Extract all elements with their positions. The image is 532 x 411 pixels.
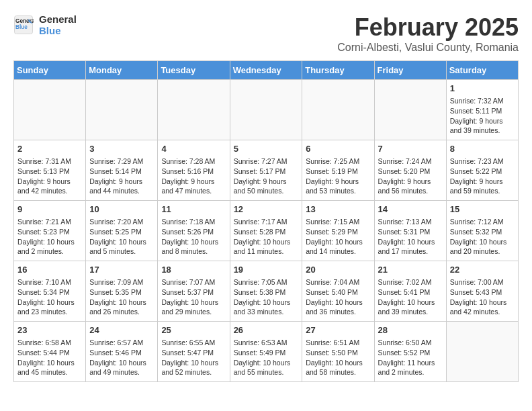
- day-info: Sunrise: 7:07 AM: [161, 277, 226, 287]
- day-number: 2: [17, 143, 82, 155]
- day-info: Sunrise: 7:10 AM: [17, 277, 82, 287]
- calendar-cell: [446, 322, 518, 382]
- day-info: Sunrise: 7:13 AM: [378, 217, 443, 227]
- day-number: 16: [17, 264, 82, 276]
- day-number: 12: [234, 203, 299, 216]
- calendar-cell: 27Sunrise: 6:51 AMSunset: 5:50 PMDayligh…: [302, 322, 374, 382]
- day-number: 1: [450, 83, 515, 95]
- day-info: Sunrise: 6:57 AM: [89, 338, 154, 348]
- day-info: Sunset: 5:46 PM: [89, 348, 154, 358]
- day-info: Sunset: 5:28 PM: [234, 227, 299, 237]
- calendar-cell: 8Sunrise: 7:23 AMSunset: 5:22 PMDaylight…: [446, 140, 518, 201]
- logo: General Blue General Blue: [13, 13, 77, 36]
- day-info: Daylight: 10 hours and 20 minutes.: [450, 237, 515, 257]
- calendar-cell: 2Sunrise: 7:31 AMSunset: 5:13 PMDaylight…: [14, 140, 86, 201]
- day-info: Sunrise: 7:21 AM: [17, 217, 82, 227]
- day-info: Sunset: 5:52 PM: [378, 348, 443, 358]
- day-number: 20: [306, 264, 370, 276]
- day-info: Sunset: 5:16 PM: [161, 167, 226, 177]
- day-info: Sunrise: 7:24 AM: [378, 156, 443, 167]
- day-info: Sunset: 5:35 PM: [89, 287, 154, 298]
- day-info: Sunset: 5:31 PM: [378, 227, 443, 237]
- day-header-saturday: Saturday: [446, 61, 518, 80]
- svg-text:Blue: Blue: [15, 24, 28, 30]
- calendar-cell: 28Sunrise: 6:50 AMSunset: 5:52 PMDayligh…: [374, 322, 446, 382]
- day-info: Sunrise: 6:55 AM: [161, 338, 226, 348]
- calendar-week-5: 23Sunrise: 6:58 AMSunset: 5:44 PMDayligh…: [14, 322, 519, 382]
- day-info: Daylight: 10 hours and 23 minutes.: [17, 298, 82, 317]
- title-block: February 2025 Corni-Albesti, Vaslui Coun…: [337, 13, 519, 54]
- day-number: 9: [17, 203, 82, 216]
- calendar-cell: [14, 80, 86, 140]
- day-info: Sunset: 5:22 PM: [450, 167, 515, 177]
- calendar-week-2: 2Sunrise: 7:31 AMSunset: 5:13 PMDaylight…: [14, 140, 519, 201]
- calendar-cell: [230, 80, 302, 140]
- day-number: 25: [161, 324, 226, 336]
- calendar-cell: 20Sunrise: 7:04 AMSunset: 5:40 PMDayligh…: [302, 261, 374, 322]
- calendar-cell: [86, 80, 158, 140]
- day-info: Sunset: 5:49 PM: [234, 348, 299, 358]
- calendar-cell: 9Sunrise: 7:21 AMSunset: 5:23 PMDaylight…: [14, 201, 86, 261]
- calendar-cell: 26Sunrise: 6:53 AMSunset: 5:49 PMDayligh…: [230, 322, 302, 382]
- day-info: Sunset: 5:43 PM: [450, 287, 515, 298]
- calendar-cell: [374, 80, 446, 140]
- day-info: Sunrise: 7:25 AM: [306, 156, 370, 167]
- day-number: 21: [378, 264, 443, 276]
- day-info: Sunrise: 7:31 AM: [17, 156, 82, 167]
- day-number: 8: [450, 143, 515, 155]
- day-info: Sunset: 5:25 PM: [89, 227, 154, 237]
- day-number: 3: [89, 143, 154, 155]
- day-info: Daylight: 9 hours and 42 minutes.: [17, 177, 82, 196]
- day-info: Daylight: 10 hours and 45 minutes.: [17, 358, 82, 377]
- day-info: Sunset: 5:20 PM: [378, 167, 443, 177]
- day-info: Sunset: 5:17 PM: [234, 167, 299, 177]
- logo-icon: General Blue: [13, 15, 34, 35]
- day-info: Sunrise: 6:50 AM: [378, 338, 443, 348]
- day-number: 27: [306, 324, 370, 336]
- day-number: 24: [89, 324, 154, 336]
- day-info: Sunrise: 6:53 AM: [234, 338, 299, 348]
- day-info: Sunset: 5:37 PM: [161, 287, 226, 298]
- day-info: Daylight: 9 hours and 53 minutes.: [306, 177, 370, 196]
- day-info: Daylight: 10 hours and 11 minutes.: [234, 237, 299, 257]
- calendar-cell: 7Sunrise: 7:24 AMSunset: 5:20 PMDaylight…: [374, 140, 446, 201]
- day-info: Daylight: 10 hours and 26 minutes.: [89, 298, 154, 317]
- calendar-cell: 11Sunrise: 7:18 AMSunset: 5:26 PMDayligh…: [158, 201, 230, 261]
- day-header-monday: Monday: [86, 61, 158, 80]
- day-info: Sunrise: 7:23 AM: [450, 156, 515, 167]
- day-info: Sunrise: 7:27 AM: [234, 156, 299, 167]
- day-info: Daylight: 10 hours and 17 minutes.: [378, 237, 443, 257]
- day-info: Daylight: 10 hours and 8 minutes.: [161, 237, 226, 257]
- calendar-cell: 18Sunrise: 7:07 AMSunset: 5:37 PMDayligh…: [158, 261, 230, 322]
- day-info: Sunrise: 7:05 AM: [234, 277, 299, 287]
- day-info: Sunset: 5:32 PM: [450, 227, 515, 237]
- day-header-wednesday: Wednesday: [230, 61, 302, 80]
- day-info: Daylight: 10 hours and 36 minutes.: [306, 298, 370, 317]
- day-info: Sunset: 5:41 PM: [378, 287, 443, 298]
- day-number: 5: [234, 143, 299, 155]
- day-header-friday: Friday: [374, 61, 446, 80]
- day-info: Daylight: 10 hours and 2 minutes.: [17, 237, 82, 257]
- day-info: Daylight: 9 hours and 47 minutes.: [161, 177, 226, 196]
- day-number: 19: [234, 264, 299, 276]
- day-number: 7: [378, 143, 443, 155]
- calendar-cell: 5Sunrise: 7:27 AMSunset: 5:17 PMDaylight…: [230, 140, 302, 201]
- calendar-week-1: 1Sunrise: 7:32 AMSunset: 5:11 PMDaylight…: [14, 80, 519, 140]
- calendar-cell: 6Sunrise: 7:25 AMSunset: 5:19 PMDaylight…: [302, 140, 374, 201]
- day-number: 13: [306, 203, 370, 216]
- day-number: 10: [89, 203, 154, 216]
- calendar-cell: [302, 80, 374, 140]
- day-info: Daylight: 10 hours and 58 minutes.: [306, 358, 370, 377]
- calendar-cell: 1Sunrise: 7:32 AMSunset: 5:11 PMDaylight…: [446, 80, 518, 140]
- day-info: Sunset: 5:19 PM: [306, 167, 370, 177]
- calendar-cell: 12Sunrise: 7:17 AMSunset: 5:28 PMDayligh…: [230, 201, 302, 261]
- calendar-cell: 4Sunrise: 7:28 AMSunset: 5:16 PMDaylight…: [158, 140, 230, 201]
- day-info: Sunrise: 7:02 AM: [378, 277, 443, 287]
- day-number: 4: [161, 143, 226, 155]
- day-info: Sunset: 5:40 PM: [306, 287, 370, 298]
- day-info: Daylight: 10 hours and 55 minutes.: [234, 358, 299, 377]
- calendar-cell: 15Sunrise: 7:12 AMSunset: 5:32 PMDayligh…: [446, 201, 518, 261]
- day-info: Sunset: 5:29 PM: [306, 227, 370, 237]
- day-info: Sunrise: 7:00 AM: [450, 277, 515, 287]
- day-info: Daylight: 10 hours and 29 minutes.: [161, 298, 226, 317]
